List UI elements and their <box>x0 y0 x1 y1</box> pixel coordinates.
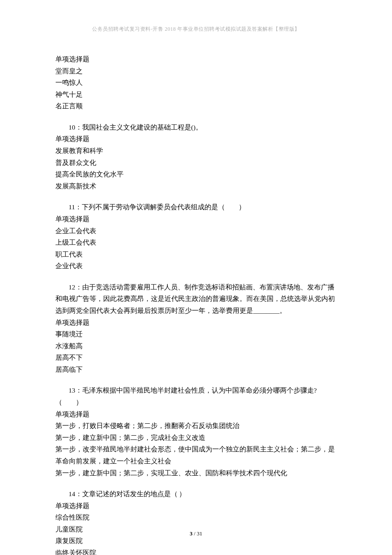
option: 居高临下 <box>55 364 337 376</box>
page-total: 31 <box>197 530 202 537</box>
question-text: 14：文章记述的对话发生的地点是（ ） <box>55 488 337 500</box>
question-type: 单项选择题 <box>55 53 337 65</box>
option: 第一步，建立新中国；第二步，完成社会主义改造 <box>55 432 337 444</box>
option: 神气十足 <box>55 89 337 101</box>
option: 一鸣惊人 <box>55 77 337 89</box>
option: 堂而皇之 <box>55 65 337 77</box>
question-type: 单项选择题 <box>55 133 337 145</box>
page-header: 公务员招聘考试复习资料-开鲁 2018 年事业单位招聘考试模拟试题及答案解析【整… <box>55 26 337 33</box>
question-type: 单项选择题 <box>55 213 337 225</box>
question-type: 单项选择题 <box>55 408 337 420</box>
question-type: 单项选择题 <box>55 500 337 512</box>
page-sep: / <box>193 530 197 537</box>
option: 职工代表 <box>55 249 337 260</box>
option: 发展高新技术 <box>55 180 337 192</box>
question-text: 13：毛泽东根据中国半殖民地半封建社会性质，认为中国革命必须分哪两个步骤走?（ … <box>55 384 337 408</box>
question-type: 单项选择题 <box>55 317 337 329</box>
question-text: 10：我国社会主义文化建设的基础工程是()。 <box>55 121 337 133</box>
question-9-fragment: 单项选择题 堂而皇之 一鸣惊人 神气十足 名正言顺 <box>55 53 337 112</box>
option: 水涨船高 <box>55 340 337 352</box>
question-13: 13：毛泽东根据中国半殖民地半封建社会性质，认为中国革命必须分哪两个步骤走?（ … <box>55 384 337 479</box>
option: 第一步，改变半殖民地半封建社会形态，使中国成为一个独立的新民主主义社会；第二步，… <box>55 443 337 467</box>
option: 发展教育和科学 <box>55 145 337 157</box>
option: 提高全民族的文化水平 <box>55 168 337 180</box>
page-footer: 3 / 31 <box>0 530 392 537</box>
document-body: 单项选择题 堂而皇之 一鸣惊人 神气十足 名正言顺 10：我国社会主义文化建设的… <box>55 53 337 555</box>
option: 临终关怀医院 <box>55 547 337 555</box>
option: 企业代表 <box>55 260 337 272</box>
question-text: 11：下列不属于劳动争议调解委员会代表组成的是（ ） <box>55 201 337 213</box>
question-11: 11：下列不属于劳动争议调解委员会代表组成的是（ ） 单项选择题 企业工会代表 … <box>55 201 337 272</box>
question-14: 14：文章记述的对话发生的地点是（ ） 单项选择题 综合性医院 儿童医院 康复医… <box>55 488 337 555</box>
option: 居高不下 <box>55 352 337 364</box>
question-10: 10：我国社会主义文化建设的基础工程是()。 单项选择题 发展教育和科学 普及群… <box>55 121 337 192</box>
option: 名正言顺 <box>55 100 337 112</box>
question-text: 12：由于竞选活动需要雇用工作人员、制作竞选标语和招贴画、布置演讲场地、发布广播… <box>55 281 337 317</box>
option: 综合性医院 <box>55 512 337 523</box>
option: 普及群众文化 <box>55 157 337 169</box>
option: 第一步，打败日本侵略者；第二步，推翻蒋介石反动集团统治 <box>55 420 337 432</box>
question-12: 12：由于竞选活动需要雇用工作人员、制作竞选标语和招贴画、布置演讲场地、发布广播… <box>55 281 337 376</box>
option: 企业工会代表 <box>55 225 337 237</box>
option: 第一步，建立新中国；第二步，实现工业、农业、国防和科学技术四个现代化 <box>55 467 337 479</box>
option: 上级工会代表 <box>55 237 337 249</box>
option: 事随境迁 <box>55 328 337 340</box>
